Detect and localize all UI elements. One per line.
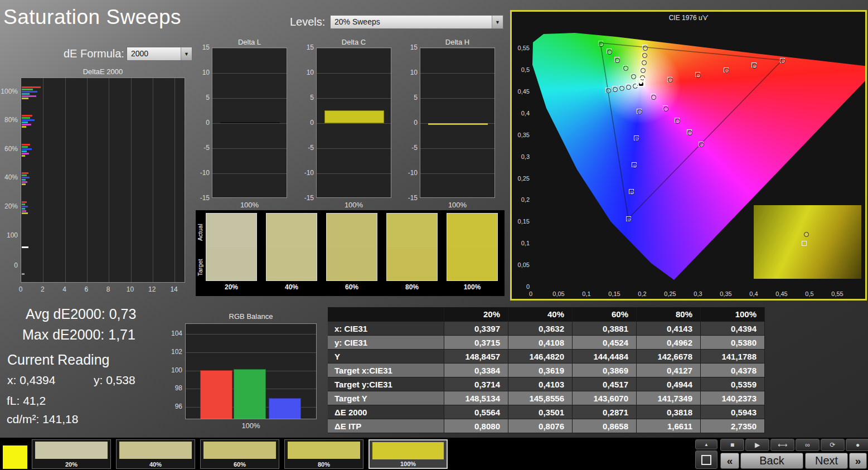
chevron-down-icon[interactable]: ▼	[181, 47, 192, 60]
table-cell: 0,4524	[573, 336, 637, 350]
de-bar	[22, 119, 35, 121]
de-bar	[22, 153, 29, 154]
y-tick-label: 0,4	[513, 110, 530, 117]
collapse-button[interactable]: ▲	[695, 439, 717, 449]
x-tick-label: 0,2	[633, 290, 651, 297]
target-label: Target	[197, 250, 203, 285]
table-cell: 0,5359	[701, 377, 765, 391]
row-label: Target x:CIE31	[328, 364, 444, 377]
cie-measured-point	[643, 46, 648, 51]
levels-dropdown[interactable]: 20% Sweeps ▼	[330, 15, 503, 29]
swatch-actual	[206, 214, 256, 247]
table-cell: 0,3869	[573, 364, 637, 377]
y-tick-label: -10	[196, 169, 210, 177]
levels-label: Levels:	[290, 16, 325, 28]
delta_c-bar	[324, 110, 384, 123]
table-cell: 0,5943	[701, 405, 765, 419]
row-label: x: CIE31	[328, 322, 444, 336]
de-bar	[22, 273, 25, 275]
grid-line	[317, 123, 391, 124]
swatch-actual	[387, 214, 437, 247]
swatch-60%	[326, 213, 377, 281]
grid-line	[65, 78, 66, 282]
grid-line	[212, 98, 287, 99]
patch-color	[372, 442, 444, 459]
de-bar	[22, 117, 30, 119]
table-cell: 0,4103	[508, 377, 573, 391]
bottom-patch-60%[interactable]: 60%	[200, 439, 279, 469]
y-tick-label: 5	[196, 94, 210, 101]
x-tick-label: 0,3	[689, 290, 707, 297]
cie-diagram-panel: CIE 1976 u'v' 0,550,50,450,40,350,30,250…	[510, 10, 867, 301]
next-button[interactable]: Next	[805, 453, 848, 469]
de-bar	[22, 210, 26, 212]
table-cell: 0,3715	[444, 336, 508, 350]
swatch-actual	[266, 214, 317, 247]
grid-line	[174, 78, 175, 282]
loop-button[interactable]: ∞	[796, 439, 819, 451]
y-tick-label: 96	[170, 403, 182, 410]
deltae2000-chart: DeltaE 2000 02468101214100%80%60%40%20%1…	[0, 66, 192, 233]
patch-color	[288, 442, 360, 459]
de-bar	[22, 93, 30, 95]
cie-measured-point	[626, 85, 631, 90]
table-cell: 0,4378	[701, 364, 765, 377]
max-de2000: Max dE2000: 1,71	[22, 327, 135, 343]
cie-measured-point	[663, 106, 668, 112]
y-tick-label: 0,15	[513, 218, 530, 225]
de-bar	[22, 177, 30, 178]
patch-label: 80%	[285, 461, 363, 468]
play-button[interactable]: ▶	[745, 439, 769, 451]
swatch-label: 100%	[447, 283, 498, 291]
table-cell: 144,4484	[573, 350, 637, 364]
table-header-row: 20%40%60%80%100%	[328, 307, 765, 322]
table-cell: 142,6678	[637, 350, 701, 364]
cie-current-marker	[636, 78, 645, 87]
y-tick-label: 0,55	[513, 45, 530, 51]
patch-label: 40%	[117, 461, 195, 468]
chart-title: DeltaE 2000	[21, 67, 185, 76]
de-bar	[22, 179, 26, 181]
chevron-down-icon[interactable]: ▼	[492, 16, 503, 28]
bottom-patch-80%[interactable]: 80%	[284, 439, 363, 469]
table-cell: 0,3714	[444, 377, 508, 391]
y-tick-label: 0	[513, 283, 530, 290]
y-tick-label: 10	[300, 69, 314, 76]
de-bar	[22, 122, 28, 123]
table-cell: 0,4517	[573, 377, 637, 391]
table-cell: 140,2373	[701, 391, 765, 405]
table-cell: 0,8658	[573, 419, 637, 433]
y-tick-label: -5	[404, 144, 418, 152]
bottom-patch-20%[interactable]: 20%	[32, 439, 111, 469]
patch-color	[35, 442, 108, 459]
grid-line	[186, 352, 316, 353]
back-button[interactable]: Back	[740, 453, 803, 469]
table-row: Target y:CIE310,37140,41030,45170,49440,…	[328, 377, 765, 391]
patch-window-button[interactable]	[695, 450, 717, 469]
row-label: Y	[328, 350, 444, 364]
back-chevron-button[interactable]: «	[720, 453, 739, 469]
x-axis-label: 100%	[316, 201, 391, 209]
refresh-button[interactable]: ⟳	[821, 439, 845, 451]
de-bar	[22, 203, 25, 205]
y-tick-label: 0	[0, 261, 18, 269]
table-cell: 0,8080	[444, 419, 508, 433]
grid-line	[420, 98, 494, 99]
patch-label: 20%	[32, 461, 110, 468]
swatch-target	[387, 247, 437, 280]
y-tick-label: 80%	[0, 116, 18, 124]
bottom-patch-40%[interactable]: 40%	[116, 439, 195, 469]
grid-line	[317, 173, 391, 174]
cie-measured-point	[641, 68, 646, 73]
stop-button[interactable]: ■	[720, 439, 744, 451]
record-button[interactable]: ●	[846, 439, 868, 451]
table-column-header: 20%	[444, 307, 508, 322]
x-tick-label: 8	[104, 285, 113, 293]
grid-line	[317, 73, 391, 74]
next-chevron-button[interactable]: »	[849, 453, 867, 469]
measurement-table: 20%40%60%80%100% x: CIE310,33970,36320,3…	[328, 307, 765, 433]
table-cell: 0,4394	[701, 322, 765, 336]
range-button[interactable]: ⟷	[770, 439, 794, 451]
de-formula-dropdown[interactable]: 2000 ▼	[127, 47, 192, 61]
bottom-patch-100%[interactable]: 100%	[368, 439, 448, 469]
